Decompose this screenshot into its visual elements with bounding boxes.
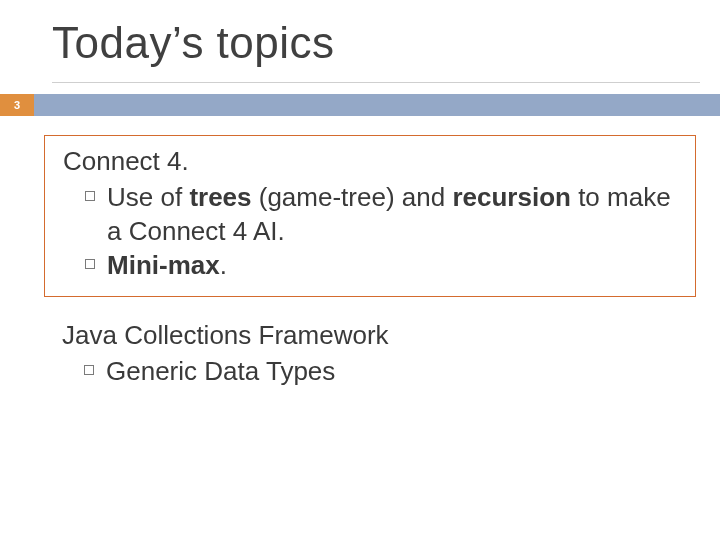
text-run: Generic Data Types [106, 356, 335, 386]
section1-heading: Connect 4. [59, 146, 681, 177]
section2-heading: Java Collections Framework [58, 320, 682, 351]
list-item: Generic Data Types [84, 355, 682, 389]
list-item: Mini-max. [85, 249, 681, 283]
section2-bullets: Generic Data Types [58, 355, 682, 389]
callout-box: Connect 4. Use of trees (game-tree) and … [44, 135, 696, 297]
title-underline [52, 82, 700, 83]
slide-title: Today’s topics [52, 18, 335, 68]
accent-bar [0, 94, 720, 116]
text-bold: recursion [452, 182, 571, 212]
section2-block: Java Collections Framework Generic Data … [44, 320, 696, 389]
page-number-badge: 3 [0, 94, 34, 116]
list-item: Use of trees (game-tree) and recursion t… [85, 181, 681, 249]
text-bold: trees [189, 182, 251, 212]
text-bold: Mini-max [107, 250, 220, 280]
text-run: Use of [107, 182, 189, 212]
section1-bullets: Use of trees (game-tree) and recursion t… [59, 181, 681, 282]
slide: Today’s topics 3 Connect 4. Use of trees… [0, 0, 720, 540]
text-run: (game-tree) and [252, 182, 453, 212]
text-run: . [220, 250, 227, 280]
